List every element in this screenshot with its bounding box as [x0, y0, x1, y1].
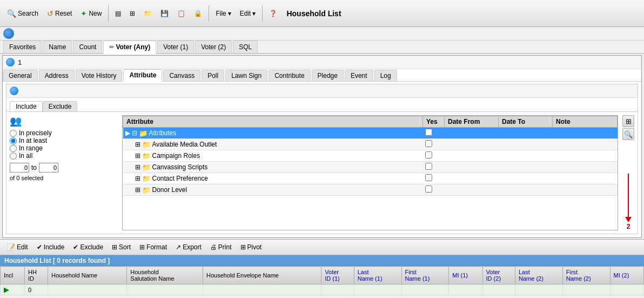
search-wrapper: 1 General Address Vote History Attribute…	[2, 55, 642, 238]
pivot-button[interactable]: ⊞ Pivot	[237, 242, 266, 253]
search-button[interactable]: 🔍 Search	[3, 7, 42, 20]
view-grid-button[interactable]: ⊞	[126, 8, 139, 19]
col-last-name-1: LastName (1)	[354, 267, 401, 284]
row-note	[553, 150, 618, 162]
col-last-name-2: LastName (2)	[515, 267, 562, 284]
table-row[interactable]: ⊞ 📁 Donor Level	[123, 184, 618, 196]
count-to-input[interactable]	[39, 163, 58, 173]
sub-tab-address[interactable]: Address	[39, 70, 75, 81]
reset-button[interactable]: ↺ Reset	[43, 7, 76, 20]
attr-left-panel: 👥 In precisely In at least In range	[10, 115, 118, 230]
row-note	[553, 139, 618, 150]
row-date-to	[499, 162, 553, 173]
attr-search-button[interactable]: 🔍	[622, 128, 634, 140]
save-button[interactable]: 💾	[157, 8, 172, 19]
help-button[interactable]: ❓	[265, 8, 281, 19]
radio-in-precisely[interactable]: In precisely	[10, 129, 118, 137]
sub-tab-general[interactable]: General	[3, 70, 38, 81]
lock-button[interactable]: 🔒	[190, 8, 206, 19]
reset-icon: ↺	[47, 9, 53, 18]
sub-tab-poll[interactable]: Poll	[202, 70, 224, 81]
row-yes-check[interactable]	[425, 163, 432, 170]
row-envelope	[203, 284, 321, 295]
attr-filter-button[interactable]: ⊞	[622, 115, 634, 127]
tab-voter-1[interactable]: Voter (1)	[157, 41, 194, 53]
expand-icon: ⊞	[135, 175, 140, 182]
tab-name[interactable]: Name	[43, 41, 72, 53]
radio-in-all[interactable]: In all	[10, 152, 118, 160]
export-button[interactable]: ↗ Export	[172, 242, 205, 253]
include-button[interactable]: ✔ Include	[33, 242, 69, 253]
save-as-button[interactable]: 📋	[173, 8, 189, 19]
tab-favorites[interactable]: Favorites	[3, 41, 42, 53]
sub-tab-event[interactable]: Event	[345, 70, 373, 81]
sub-tab-pledge[interactable]: Pledge	[312, 70, 344, 81]
edit-menu-button[interactable]: Edit ▾	[236, 8, 260, 19]
view-list-button[interactable]: ▤	[111, 8, 125, 19]
sub-tab-contribute[interactable]: Contribute	[269, 70, 310, 81]
green-arrow-icon: ▶	[4, 286, 9, 294]
sub-tab-vote-history[interactable]: Vote History	[76, 70, 123, 81]
tab-count[interactable]: Count	[73, 41, 102, 53]
exclude-button[interactable]: ✔ Exclude	[69, 242, 107, 253]
inc-tab-include[interactable]: Include	[10, 101, 43, 111]
sub-tab-lawn-sign[interactable]: Lawn Sign	[225, 70, 267, 81]
sub-tab-canvass[interactable]: Canvass	[163, 70, 200, 81]
table-row[interactable]: ⊞ 📁 Available Media Outlet	[123, 139, 618, 150]
col-incl: Incl	[1, 267, 25, 284]
inc-tab-exclude[interactable]: Exclude	[43, 101, 78, 111]
col-yes: Yes	[423, 116, 445, 128]
sep3	[262, 5, 263, 22]
col-first-name-1: FirstName (1)	[401, 267, 449, 284]
row-vid2	[482, 284, 515, 295]
tab-voter-2[interactable]: Voter (2)	[195, 41, 232, 53]
table-row[interactable]: ⊞ 📁 Canvassing Scripts	[123, 162, 618, 173]
radio-group: In precisely In at least In range In all	[10, 129, 118, 160]
format-button[interactable]: ⊞ Format	[136, 242, 171, 253]
row-date-from	[445, 128, 499, 139]
table-row[interactable]: ⊞ 📁 Contact Preference	[123, 173, 618, 184]
folder-button[interactable]: 📁	[140, 8, 156, 19]
row-yes-check[interactable]	[425, 174, 432, 181]
tab-sql[interactable]: SQL	[233, 41, 258, 53]
print-icon: 🖨	[210, 243, 217, 251]
col-date-from: Date From	[445, 116, 499, 128]
folder-icon: 📁	[142, 152, 151, 160]
pen-icon: ✏	[109, 44, 114, 51]
table-row[interactable]: ⊞ 📁 Campaign Roles	[123, 150, 618, 162]
radio-in-range[interactable]: In range	[10, 144, 118, 152]
row-date-from	[445, 162, 499, 173]
file-menu-button[interactable]: File ▾	[212, 8, 234, 19]
sub-tab-attribute[interactable]: Attribute	[123, 69, 162, 82]
row-yes-check[interactable]	[425, 140, 432, 147]
expand-icon: ⊞	[135, 141, 140, 148]
sub-tab-log[interactable]: Log	[374, 70, 397, 81]
nav-circle-icon	[3, 28, 14, 39]
row-ln2	[515, 284, 562, 295]
of-selected-label: of 0 selected	[10, 175, 118, 181]
count-from-input[interactable]	[10, 163, 29, 173]
new-icon: ✦	[81, 9, 87, 18]
attr-row-name: Attributes	[149, 129, 177, 137]
table-row[interactable]: ▶ ⊟ 📁 Attributes	[123, 128, 618, 139]
radio-in-at-least[interactable]: In at least	[10, 137, 118, 144]
sort-button[interactable]: ⊞ Sort	[108, 242, 135, 253]
status-bar: Household List [ 0 records found ]	[0, 255, 644, 266]
print-button[interactable]: 🖨 Print	[206, 242, 236, 253]
row-fn2	[562, 284, 610, 295]
exclude-icon: ✔	[73, 243, 78, 251]
tab-voter-any[interactable]: ✏ Voter (Any)	[103, 41, 156, 54]
results-table-wrap: Incl HHID Household Name HouseholdSaluta…	[0, 266, 644, 298]
new-button[interactable]: ✦ New	[77, 7, 105, 20]
annotation-2: 2	[625, 222, 632, 230]
row-date-to	[499, 184, 553, 196]
row-count: 0	[24, 284, 48, 295]
row-yes-check[interactable]	[425, 151, 432, 158]
attr-row-name: Campaign Roles	[152, 152, 200, 160]
row-yes-check[interactable]	[425, 186, 432, 193]
edit-button[interactable]: 📝 Edit	[3, 242, 32, 253]
col-voter-id-1: VoterID (1)	[321, 267, 354, 284]
col-note: Note	[553, 116, 618, 128]
results-data-row: ▶ 0	[1, 284, 644, 295]
row-yes-check[interactable]	[425, 129, 432, 136]
